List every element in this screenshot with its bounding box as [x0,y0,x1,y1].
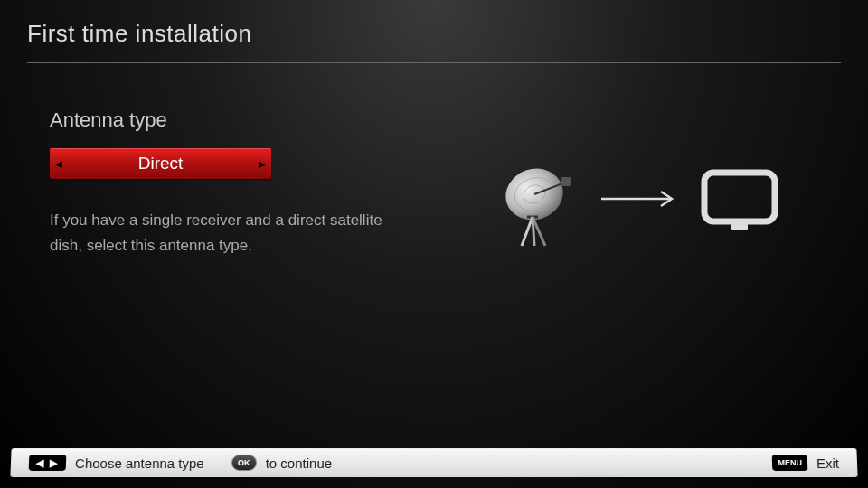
left-right-hint-text: Choose antenna type [75,455,204,471]
antenna-type-selector[interactable]: ◀ Direct ▶ [50,148,271,179]
antenna-type-label: Antenna type [50,108,439,132]
svg-rect-4 [561,177,571,186]
antenna-type-description: If you have a single receiver and a dire… [50,208,411,258]
satellite-dish-icon [500,163,581,257]
svg-rect-11 [731,223,748,230]
menu-key-icon: MENU [772,455,807,471]
page-title: First time installation [27,20,841,48]
selector-right-arrow-icon[interactable]: ▶ [259,159,266,169]
illustration [439,108,841,258]
tv-icon [699,167,780,243]
left-right-key-icon: ◀ ▶ [29,455,67,471]
svg-line-6 [522,217,533,246]
ok-key-icon: OK [231,455,257,471]
svg-line-8 [533,217,534,246]
ok-hint-text: to continue [266,455,333,471]
arrow-right-icon [599,190,681,208]
menu-hint-text: Exit [816,455,840,471]
footer-hint-bar: ◀ ▶ Choose antenna type OK to continue M… [10,448,857,477]
svg-rect-10 [704,173,775,221]
selector-left-arrow-icon[interactable]: ◀ [55,159,62,169]
antenna-type-value: Direct [138,154,184,174]
